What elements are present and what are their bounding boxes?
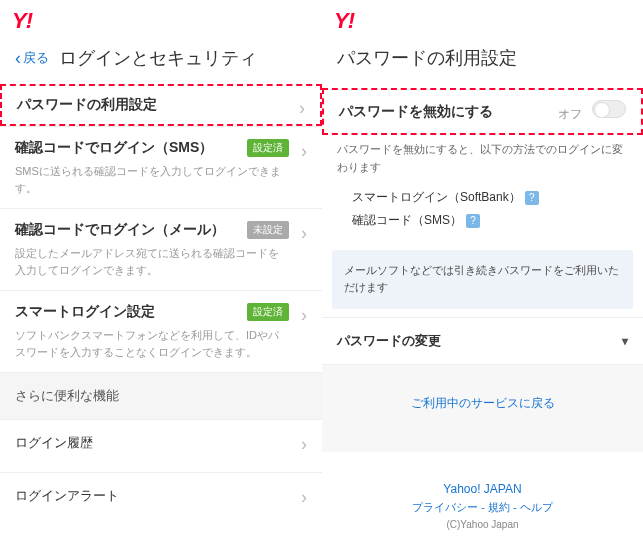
toggle-control[interactable]: オフ	[558, 100, 626, 123]
row-login-alert[interactable]: ログインアラート	[0, 472, 322, 519]
row-mail-login[interactable]: 確認コードでログイン（メール） 未設定 設定したメールアドレス宛てに送られる確認…	[0, 208, 322, 290]
left-title: ログインとセキュリティ	[59, 46, 257, 70]
status-badge: 設定済	[247, 139, 289, 157]
row-title: 確認コードでログイン（メール）	[15, 221, 247, 239]
toggle-label: パスワードを無効にする	[339, 103, 493, 121]
status-badge: 設定済	[247, 303, 289, 321]
more-section-header: さらに便利な機能	[0, 372, 322, 419]
yahoo-logo-icon: Y	[334, 8, 354, 33]
help-icon[interactable]: ?	[466, 214, 480, 228]
right-pane: Y パスワードの利用設定 パスワードを無効にする オフ パスワードを無効にすると…	[322, 0, 643, 550]
row-sms-login[interactable]: 確認コードでログイン（SMS） 設定済 SMSに送られる確認コードを入力してログ…	[0, 126, 322, 208]
help-icon[interactable]: ?	[525, 191, 539, 205]
right-title: パスワードの利用設定	[337, 48, 517, 68]
row-login-history[interactable]: ログイン履歴	[0, 419, 322, 466]
row-title: スマートログイン設定	[15, 303, 247, 321]
left-header: 戻る ログインとセキュリティ	[0, 38, 322, 84]
method-item: 確認コード（SMS）?	[352, 209, 628, 232]
row-password-settings[interactable]: パスワードの利用設定	[0, 84, 322, 126]
left-pane: Y 戻る ログインとセキュリティ パスワードの利用設定 確認コードでログイン（S…	[0, 0, 322, 519]
row-desc: 設定したメールアドレス宛てに送られる確認コードを入力してログインできます。	[15, 245, 307, 278]
yahoo-logo-icon: Y	[12, 8, 32, 33]
right-header: パスワードの利用設定	[322, 38, 643, 88]
footer-back-services: ご利用中のサービスに戻る	[322, 365, 643, 452]
footer: Yahoo! JAPAN プライバシー - 規約 - ヘルプ (C)Yahoo …	[322, 452, 643, 550]
footer-brand[interactable]: Yahoo! JAPAN	[322, 482, 643, 496]
toggle-switch[interactable]	[592, 100, 626, 118]
row-change-password[interactable]: パスワードの変更	[322, 317, 643, 365]
logo: Y	[322, 0, 643, 38]
row-desc: SMSに送られる確認コードを入力してログインできます。	[15, 163, 307, 196]
row-desc: ソフトバンクスマートフォンなどを利用して、IDやパスワードを入力することなくログ…	[15, 327, 307, 360]
row-disable-password: パスワードを無効にする オフ	[322, 88, 643, 135]
info-box: メールソフトなどでは引き続きパスワードをご利用いただけます	[332, 250, 633, 309]
back-to-services-link[interactable]: ご利用中のサービスに戻る	[411, 396, 555, 410]
toggle-status: オフ	[558, 107, 582, 121]
logo: Y	[0, 0, 322, 38]
disable-note: パスワードを無効にすると、以下の方法でのログインに変わります	[322, 135, 643, 186]
method-item: スマートログイン（SoftBank）?	[352, 186, 628, 209]
back-link[interactable]: 戻る	[15, 48, 49, 69]
footer-copy: (C)Yahoo Japan	[322, 519, 643, 530]
footer-links[interactable]: プライバシー - 規約 - ヘルプ	[322, 500, 643, 515]
method-list: スマートログイン（SoftBank）? 確認コード（SMS）?	[322, 186, 643, 242]
row-smart-login[interactable]: スマートログイン設定 設定済 ソフトバンクスマートフォンなどを利用して、IDやパ…	[0, 290, 322, 372]
status-badge: 未設定	[247, 221, 289, 239]
row-title: パスワードの利用設定	[17, 96, 305, 114]
row-title: 確認コードでログイン（SMS）	[15, 139, 247, 157]
